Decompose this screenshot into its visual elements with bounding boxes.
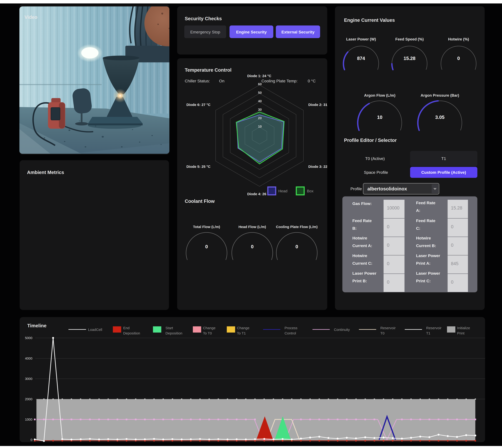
svg-text:Security Checks: Security Checks	[185, 16, 222, 21]
svg-text:Ambient Metrics: Ambient Metrics	[27, 170, 64, 175]
svg-text:Head Flow (L/m): Head Flow (L/m)	[238, 225, 266, 229]
svg-text:30: 30	[258, 108, 262, 112]
svg-text:Reservoir: Reservoir	[426, 326, 441, 330]
svg-text:2000: 2000	[25, 397, 32, 401]
svg-text:60: 60	[258, 82, 262, 86]
svg-text:0: 0	[387, 224, 389, 229]
svg-text:20: 20	[258, 116, 262, 120]
svg-text:A:: A:	[416, 208, 420, 213]
svg-text:Print C:: Print C:	[416, 279, 431, 283]
svg-text:3000: 3000	[25, 377, 32, 381]
svg-text:Hotwire: Hotwire	[416, 236, 431, 240]
svg-text:Engine Current Values: Engine Current Values	[344, 17, 395, 23]
svg-text:0: 0	[451, 224, 453, 229]
svg-text:Gas Flow:: Gas Flow:	[352, 201, 372, 206]
svg-text:Hotwire: Hotwire	[352, 236, 367, 240]
svg-text:Space Profile: Space Profile	[364, 170, 388, 175]
svg-text:Change: Change	[203, 326, 215, 330]
svg-text:5000: 5000	[25, 336, 32, 340]
svg-text:End: End	[123, 326, 130, 330]
svg-text:10: 10	[258, 125, 262, 128]
svg-text:Feed Rate: Feed Rate	[352, 218, 372, 223]
svg-text:4000: 4000	[25, 357, 32, 360]
svg-text:Hotwire (%): Hotwire (%)	[448, 37, 469, 41]
svg-text:Total Flow (L/m): Total Flow (L/m)	[193, 225, 220, 229]
svg-text:0: 0	[457, 56, 460, 61]
svg-text:50: 50	[258, 91, 262, 95]
svg-text:Print: Print	[457, 331, 465, 335]
svg-text:Change: Change	[237, 326, 249, 330]
svg-text:Hotwire: Hotwire	[352, 253, 367, 258]
svg-text:10: 10	[377, 115, 383, 120]
svg-text:Laser Power: Laser Power	[416, 271, 440, 275]
svg-text:Cooling Plate Flow (L/m): Cooling Plate Flow (L/m)	[276, 225, 318, 229]
svg-text:0: 0	[251, 244, 254, 249]
svg-text:Emergency Stop: Emergency Stop	[190, 30, 220, 34]
svg-text:Custom Profile (Active): Custom Profile (Active)	[421, 170, 466, 175]
svg-text:B:: B:	[352, 226, 357, 231]
svg-text:Deposition: Deposition	[123, 331, 140, 335]
svg-text:Argon Flow (L/m): Argon Flow (L/m)	[364, 93, 395, 97]
svg-text:To T0: To T0	[203, 331, 212, 335]
svg-text:On: On	[219, 79, 224, 83]
svg-text:Timeline: Timeline	[27, 323, 47, 328]
svg-text:C:: C:	[416, 226, 420, 231]
svg-text:Video: Video	[25, 15, 37, 20]
svg-text:Laser Power: Laser Power	[416, 253, 440, 258]
svg-text:To T1: To T1	[237, 331, 246, 335]
svg-text:874: 874	[357, 56, 365, 61]
svg-text:Reservoir: Reservoir	[380, 326, 396, 330]
svg-text:Laser Power: Laser Power	[352, 271, 376, 275]
svg-text:1000: 1000	[25, 418, 32, 421]
svg-text:Temperature Control: Temperature Control	[185, 67, 231, 73]
svg-text:External Security: External Security	[281, 30, 314, 34]
svg-text:15.28: 15.28	[451, 206, 462, 210]
svg-text:Deposition: Deposition	[165, 331, 182, 335]
svg-text:Laser Power (W): Laser Power (W)	[346, 37, 376, 41]
svg-text:Feed Rate: Feed Rate	[416, 218, 436, 223]
svg-text:Initialize: Initialize	[457, 326, 470, 330]
svg-text:Current B:: Current B:	[416, 243, 436, 248]
svg-text:Profile: Profile	[350, 187, 362, 191]
svg-text:Diode 1: 24 °C: Diode 1: 24 °C	[247, 74, 271, 78]
svg-text:Print B:: Print B:	[352, 279, 367, 283]
svg-text:0: 0	[387, 243, 389, 248]
svg-text:0: 0	[387, 280, 389, 285]
svg-text:845: 845	[451, 261, 458, 266]
svg-text:LoadCell: LoadCell	[88, 328, 102, 332]
svg-text:Continuity: Continuity	[334, 328, 350, 332]
svg-text:Diode 5: 25 °C: Diode 5: 25 °C	[186, 165, 211, 169]
svg-text:Coolant Flow: Coolant Flow	[185, 199, 215, 204]
svg-text:0 °C: 0 °C	[308, 79, 316, 83]
svg-text:40: 40	[258, 99, 262, 103]
svg-text:T0: T0	[380, 331, 385, 335]
svg-text:Chiller Status:: Chiller Status:	[185, 79, 210, 83]
svg-text:0: 0	[295, 244, 298, 249]
svg-text:T1: T1	[441, 156, 446, 161]
svg-text:T0 (Active): T0 (Active)	[365, 156, 385, 161]
svg-text:0: 0	[451, 280, 453, 285]
svg-text:15.28: 15.28	[404, 56, 415, 61]
svg-text:Engine Security: Engine Security	[236, 30, 267, 34]
svg-text:Feed Rate: Feed Rate	[416, 201, 436, 205]
svg-text:albertosolidoinox: albertosolidoinox	[367, 186, 407, 192]
svg-text:Start: Start	[165, 326, 173, 330]
svg-text:Head: Head	[278, 189, 288, 193]
svg-text:Current C:: Current C:	[352, 261, 372, 266]
svg-text:10000: 10000	[387, 206, 400, 210]
svg-text:0: 0	[387, 261, 389, 266]
svg-text:Print A:: Print A:	[416, 261, 431, 266]
svg-text:Argon Pressure (Bar): Argon Pressure (Bar)	[421, 93, 459, 97]
svg-text:Process: Process	[285, 326, 297, 330]
svg-text:0: 0	[205, 244, 208, 249]
svg-text:T1: T1	[426, 331, 430, 335]
svg-text:0: 0	[451, 243, 453, 248]
svg-text:Current A:: Current A:	[352, 243, 372, 248]
svg-text:Profile Editor / Selector: Profile Editor / Selector	[344, 138, 397, 143]
svg-text:Feed Speed (%): Feed Speed (%)	[395, 37, 424, 41]
svg-text:Control: Control	[285, 331, 296, 335]
svg-text:3.05: 3.05	[435, 115, 444, 120]
svg-text:Diode 6: 27 °C: Diode 6: 27 °C	[186, 103, 211, 107]
svg-text:Box: Box	[307, 189, 313, 193]
svg-text:0: 0	[31, 438, 32, 442]
